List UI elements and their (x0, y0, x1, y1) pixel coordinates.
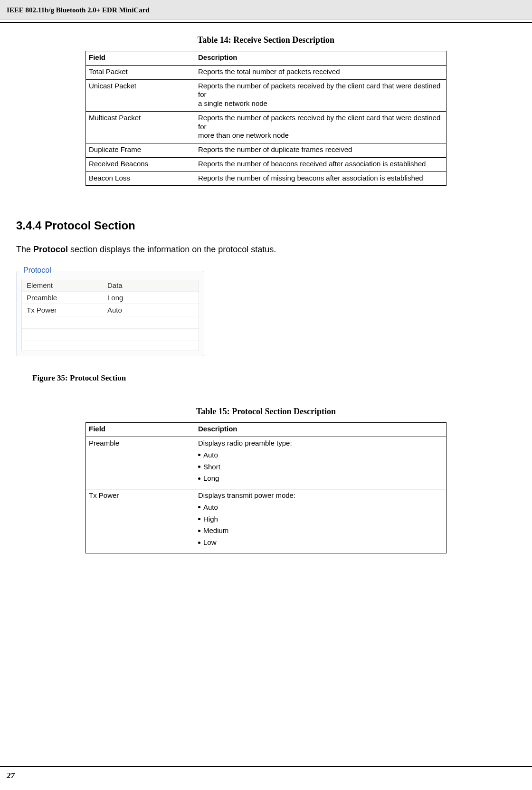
figure35-caption: Figure 35: Protocol Section (32, 373, 516, 383)
list-item: Preamble Long (22, 292, 199, 304)
bullet-dot-icon (198, 518, 200, 520)
table15-lead: Displays radio preamble type: (198, 439, 443, 448)
protocol-groupbox: Protocol Element Data Preamble Long Tx P… (16, 271, 204, 356)
table14-wrap: Field Description Total Packet Reports t… (16, 51, 516, 186)
table15-head-description: Description (195, 423, 446, 437)
bullet-text: Auto (203, 503, 218, 511)
table-row: Unicast Packet Reports the number of pac… (86, 79, 446, 111)
table14-cell-desc: Reports the number of missing beacons af… (195, 171, 446, 186)
table14-cell-field: Multicast Packet (86, 111, 195, 143)
table-row: Tx Power Displays transmit power mode: A… (86, 489, 446, 553)
page-number: 27 (7, 771, 15, 780)
table-header-row: Field Description (86, 423, 446, 437)
bullet-dot-icon (198, 530, 200, 532)
bullet-item: High (198, 515, 443, 524)
bullet-text: Short (203, 463, 220, 471)
table15-cell-desc: Displays radio preamble type: Auto Short… (195, 437, 446, 489)
table15: Field Description Preamble Displays radi… (86, 422, 446, 553)
bullet-dot-icon (198, 542, 200, 544)
table14-cell-field: Duplicate Frame (86, 143, 195, 158)
bullet-text: Auto (203, 451, 218, 459)
list-item (22, 316, 199, 329)
table14-cell-desc: Reports the number of packets received b… (195, 111, 446, 143)
bullet-dot-icon (198, 466, 200, 468)
table15-cell-field: Preamble (86, 437, 195, 489)
table-row: Multicast Packet Reports the number of p… (86, 111, 446, 143)
bullet-list: Auto Short Long (198, 451, 443, 483)
table-row: Total Packet Reports the total number of… (86, 65, 446, 79)
table14-cell-desc: Reports the total number of packets rece… (195, 65, 446, 79)
doc-header-bar: IEEE 802.11b/g Bluetooth 2.0+ EDR MiniCa… (0, 0, 532, 20)
footer-rule (0, 766, 532, 767)
protocol-list: Element Data Preamble Long Tx Power Auto (21, 279, 199, 351)
protocol-cell-data: Long (103, 292, 199, 303)
table14-cell-desc: Reports the number of beacons received a… (195, 157, 446, 171)
protocol-cell-empty (103, 333, 199, 336)
protocol-list-header: Element Data (22, 279, 199, 292)
doc-header-title: IEEE 802.11b/g Bluetooth 2.0+ EDR MiniCa… (7, 6, 150, 14)
bullet-text: Medium (203, 526, 228, 534)
groupbox-legend: Protocol (21, 266, 53, 275)
table15-cell-desc: Displays transmit power mode: Auto High … (195, 489, 446, 553)
list-item (22, 329, 199, 341)
header-rule (0, 22, 532, 23)
table15-caption: Table 15: Protocol Section Description (16, 407, 516, 417)
table14-head-field: Field (86, 51, 195, 66)
content-area: Table 14: Receive Section Description Fi… (0, 20, 532, 553)
table15-lead: Displays transmit power mode: (198, 491, 443, 500)
table14-caption: Table 14: Receive Section Description (16, 35, 516, 45)
table-row: Duplicate Frame Reports the number of du… (86, 143, 446, 158)
protocol-cell-element: Tx Power (22, 305, 103, 315)
bullet-list: Auto High Medium Low (198, 503, 443, 547)
protocol-cell-empty (103, 321, 199, 324)
body-strong: Protocol (33, 245, 68, 254)
bullet-item: Auto (198, 451, 443, 460)
table-row: Preamble Displays radio preamble type: A… (86, 437, 446, 489)
table14-cell-field: Total Packet (86, 65, 195, 79)
protocol-cell-empty (22, 321, 103, 324)
bullet-item: Short (198, 463, 443, 472)
table-header-row: Field Description (86, 51, 446, 66)
protocol-cell-data: Auto (103, 305, 199, 315)
table14-cell-desc: Reports the number of duplicate frames r… (195, 143, 446, 158)
table15-head-field: Field (86, 423, 195, 437)
page: IEEE 802.11b/g Bluetooth 2.0+ EDR MiniCa… (0, 0, 532, 790)
bullet-text: Long (203, 474, 219, 482)
table14: Field Description Total Packet Reports t… (86, 51, 446, 186)
table14-cell-field: Beacon Loss (86, 171, 195, 186)
protocol-cell-element: Preamble (22, 292, 103, 303)
bullet-dot-icon (198, 506, 200, 508)
table14-cell-desc: Reports the number of packets received b… (195, 79, 446, 111)
body-suffix: section displays the information on the … (68, 245, 276, 254)
table15-cell-field: Tx Power (86, 489, 195, 553)
section-body-text: The Protocol section displays the inform… (16, 245, 516, 255)
table14-cell-field: Unicast Packet (86, 79, 195, 111)
bullet-item: Auto (198, 503, 443, 512)
protocol-head-element: Element (22, 280, 103, 291)
section-heading-3-4-4: 3.4.4 Protocol Section (16, 219, 516, 232)
table-row: Received Beacons Reports the number of b… (86, 157, 446, 171)
table15-wrap: Field Description Preamble Displays radi… (16, 422, 516, 553)
bullet-text: Low (203, 538, 217, 546)
table-row: Beacon Loss Reports the number of missin… (86, 171, 446, 186)
protocol-cell-empty (22, 333, 103, 336)
bullet-dot-icon (198, 477, 200, 480)
protocol-head-data: Data (103, 280, 199, 291)
bullet-item: Low (198, 538, 443, 547)
table14-cell-field: Received Beacons (86, 157, 195, 171)
bullet-text: High (203, 515, 218, 523)
bullet-dot-icon (198, 454, 200, 456)
list-item: Tx Power Auto (22, 304, 199, 316)
table14-head-description: Description (195, 51, 446, 66)
bullet-item: Medium (198, 526, 443, 535)
body-prefix: The (16, 245, 33, 254)
bullet-item: Long (198, 474, 443, 483)
